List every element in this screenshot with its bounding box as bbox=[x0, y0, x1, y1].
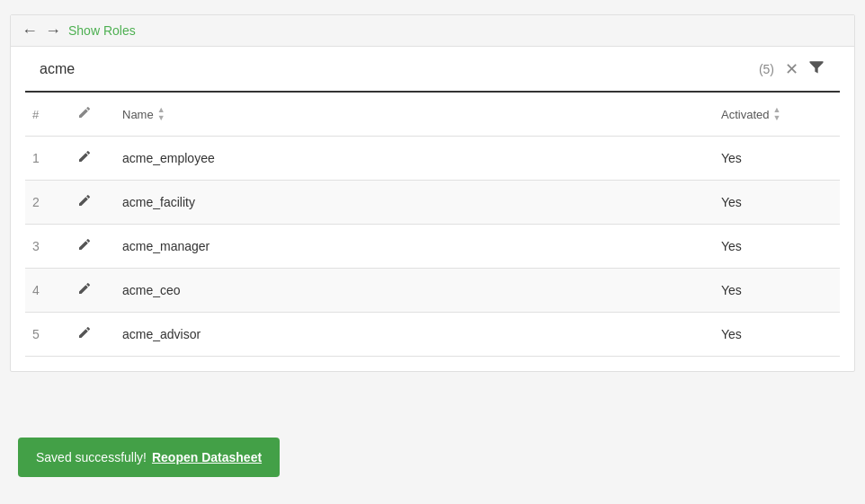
table-body: 1 acme_employee Yes 2 acme_facility Yes … bbox=[25, 137, 840, 357]
show-roles-link[interactable]: Show Roles bbox=[68, 23, 136, 38]
cell-edit[interactable] bbox=[70, 269, 115, 313]
table-row: 3 acme_manager Yes bbox=[25, 225, 840, 269]
search-input[interactable] bbox=[40, 61, 759, 77]
activated-sort-icon: ▲▼ bbox=[772, 106, 780, 122]
edit-row-icon[interactable] bbox=[77, 327, 92, 342]
cell-num: 1 bbox=[25, 137, 70, 181]
edit-row-icon[interactable] bbox=[77, 283, 92, 298]
cell-activated: Yes bbox=[714, 269, 840, 313]
cell-activated: Yes bbox=[714, 313, 840, 357]
table-row: 4 acme_ceo Yes bbox=[25, 269, 840, 313]
table-row: 1 acme_employee Yes bbox=[25, 137, 840, 181]
search-bar: (5) bbox=[25, 47, 840, 93]
cell-edit[interactable] bbox=[70, 137, 115, 181]
table-row: 2 acme_facility Yes bbox=[25, 181, 840, 225]
back-button[interactable]: ← bbox=[22, 22, 38, 39]
col-header-num: # bbox=[25, 93, 70, 137]
cell-num: 2 bbox=[25, 181, 70, 225]
name-sort-icon: ▲▼ bbox=[157, 106, 165, 122]
cell-name: acme_ceo bbox=[115, 269, 714, 313]
clear-search-icon[interactable] bbox=[785, 59, 798, 79]
cell-activated: Yes bbox=[714, 137, 840, 181]
col-header-name[interactable]: Name ▲▼ bbox=[115, 93, 714, 137]
cell-name: acme_manager bbox=[115, 225, 714, 269]
cell-name: acme_advisor bbox=[115, 313, 714, 357]
roles-table: # Name ▲▼ Ac bbox=[25, 93, 840, 357]
cell-edit[interactable] bbox=[70, 181, 115, 225]
cell-activated: Yes bbox=[714, 181, 840, 225]
edit-row-icon[interactable] bbox=[77, 195, 92, 210]
toast-message: Saved successfully! bbox=[36, 450, 147, 464]
cell-activated: Yes bbox=[714, 225, 840, 269]
cell-name: acme_facility bbox=[115, 181, 714, 225]
edit-row-icon[interactable] bbox=[77, 151, 92, 166]
toast-notification: Saved successfully! Reopen Datasheet bbox=[18, 438, 280, 477]
roles-table-wrapper: # Name ▲▼ Ac bbox=[25, 93, 840, 357]
search-count: (5) bbox=[759, 62, 774, 76]
cell-name: acme_employee bbox=[115, 137, 714, 181]
table-row: 5 acme_advisor Yes bbox=[25, 313, 840, 357]
table-header-row: # Name ▲▼ Ac bbox=[25, 93, 840, 137]
cell-edit[interactable] bbox=[70, 313, 115, 357]
cell-num: 4 bbox=[25, 269, 70, 313]
cell-num: 3 bbox=[25, 225, 70, 269]
filter-icon[interactable] bbox=[807, 57, 825, 80]
cell-num: 5 bbox=[25, 313, 70, 357]
col-header-edit bbox=[70, 93, 115, 137]
cell-edit[interactable] bbox=[70, 225, 115, 269]
top-nav: ← → Show Roles bbox=[11, 15, 854, 47]
edit-row-icon[interactable] bbox=[77, 239, 92, 254]
header-edit-icon bbox=[77, 107, 92, 122]
forward-button[interactable]: → bbox=[45, 22, 61, 39]
col-header-activated[interactable]: Activated ▲▼ bbox=[714, 93, 840, 137]
reopen-datasheet-link[interactable]: Reopen Datasheet bbox=[152, 450, 262, 464]
